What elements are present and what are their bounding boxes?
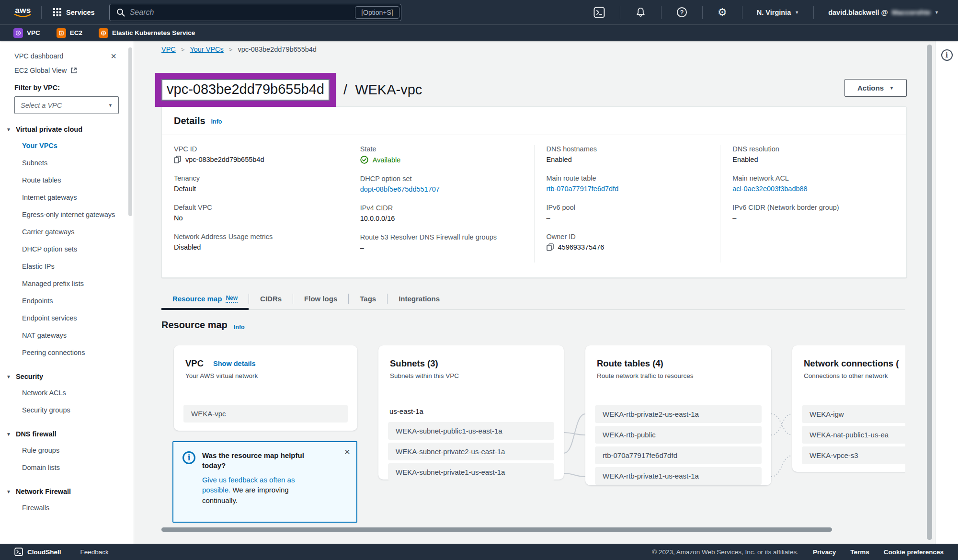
dhcp-option-set-link[interactable]: dopt-08bf5e675dd551707: [360, 185, 522, 193]
cloudshell-icon[interactable]: [586, 7, 612, 18]
sidebar-item-rule-groups[interactable]: Rule groups: [0, 442, 134, 459]
main-route-table-link[interactable]: rtb-070a77917fe6d7dfd: [547, 185, 708, 193]
sidebar-item-peering-connections[interactable]: Peering connections: [0, 344, 134, 361]
aws-smile-icon: [14, 14, 32, 18]
field-label: IPv6 pool: [547, 204, 708, 211]
copy-icon[interactable]: [547, 243, 554, 251]
favorite-label: VPC: [27, 29, 40, 36]
sidebar-item-ec2-global-view[interactable]: EC2 Global View: [0, 67, 134, 74]
copy-icon[interactable]: [174, 156, 181, 163]
resource-item-connection[interactable]: WEKA-nat-public1-us-ea: [802, 426, 905, 444]
resource-item-connection[interactable]: WEKA-vpce-s3: [802, 446, 905, 464]
sidebar-section-network-firewall[interactable]: ▼Network Firewall: [0, 488, 134, 495]
sidebar-item-elastic-ips[interactable]: Elastic IPs: [0, 258, 134, 275]
tab-label: Tags: [360, 295, 376, 303]
cookie-preferences-link[interactable]: Cookie preferences: [884, 549, 944, 556]
resource-item-route-table[interactable]: WEKA-rtb-private2-us-east-1a: [595, 405, 762, 423]
region-selector[interactable]: N. Virginia ▼: [750, 9, 806, 16]
sidebar-section-security[interactable]: ▼Security: [0, 373, 134, 380]
details-column-3: DNS hostnamesEnabled Main route tablertb…: [534, 145, 720, 263]
sidebar-item-security-groups[interactable]: Security groups: [0, 401, 134, 419]
resource-item-route-table[interactable]: WEKA-rtb-public: [595, 426, 762, 444]
resource-item-subnet[interactable]: WEKA-subnet-private2-us-east-1a: [388, 443, 554, 460]
favorite-ec2[interactable]: EC2: [57, 28, 82, 38]
breadcrumb-vpc[interactable]: VPC: [161, 46, 176, 53]
favorite-eks[interactable]: Elastic Kubernetes Service: [99, 28, 195, 38]
sidebar-item-domain-lists[interactable]: Domain lists: [0, 459, 134, 476]
privacy-link[interactable]: Privacy: [813, 549, 836, 556]
sidebar-item-internet-gateways[interactable]: Internet gateways: [0, 189, 134, 206]
vertical-scrollbar[interactable]: [927, 45, 932, 540]
terms-link[interactable]: Terms: [850, 549, 869, 556]
sidebar-item-subnets[interactable]: Subnets: [0, 154, 134, 171]
services-label: Services: [66, 9, 95, 16]
resource-item-vpc[interactable]: WEKA-vpc: [183, 405, 348, 423]
tab-flow-logs[interactable]: Flow logs: [293, 288, 348, 309]
resource-map-info-link[interactable]: Info: [234, 324, 245, 331]
field-value: Enabled: [547, 156, 708, 163]
horizontal-scrollbar[interactable]: [161, 527, 832, 532]
sidebar-item-nat-gateways[interactable]: NAT gateways: [0, 327, 134, 344]
chevron-right-icon: >: [229, 46, 233, 53]
close-icon[interactable]: ×: [344, 447, 350, 457]
sidebar-item-carrier-gateways[interactable]: Carrier gateways: [0, 223, 134, 240]
user-menu[interactable]: david.blackwell @ Maccorohte ▼: [821, 9, 946, 16]
details-column-4: DNS resolutionEnabled Main network ACLac…: [720, 145, 906, 263]
tab-tags[interactable]: Tags: [349, 288, 387, 309]
resource-item-connection[interactable]: WEKA-igw: [802, 405, 905, 423]
close-icon[interactable]: ×: [111, 52, 116, 60]
notifications-bell-icon[interactable]: [628, 7, 653, 18]
sidebar-item-route-tables[interactable]: Route tables: [0, 171, 134, 189]
help-icon[interactable]: ?: [669, 7, 695, 18]
tab-resource-map[interactable]: Resource map New: [161, 288, 249, 309]
vpc-filter-select[interactable]: Select a VPC ▼: [14, 96, 119, 114]
actions-button[interactable]: Actions ▼: [844, 79, 907, 97]
sidebar-item-firewalls[interactable]: Firewalls: [0, 499, 134, 516]
main-network-acl-link[interactable]: acl-0ae32e003f3badb88: [732, 185, 894, 193]
sidebar-item-network-acls[interactable]: Network ACLs: [0, 384, 134, 401]
sidebar-section-dns-firewall[interactable]: ▼DNS firewall: [0, 430, 134, 438]
aws-logo[interactable]: aws: [12, 7, 34, 18]
console-footer: CloudShell Feedback © 2023, Amazon Web S…: [0, 544, 958, 560]
resource-item-subnet[interactable]: WEKA-subnet-private1-us-east-1a: [388, 463, 554, 481]
sidebar-item-endpoint-services[interactable]: Endpoint services: [0, 309, 134, 327]
section-title: Network Firewall: [16, 488, 71, 495]
favorite-vpc[interactable]: VPC: [13, 28, 40, 38]
sidebar-item-vpc-dashboard[interactable]: VPC dashboard: [14, 52, 63, 60]
route-tables-card: Route tables (4) Route network traffic t…: [585, 345, 771, 485]
vpc-card-title: VPC: [185, 358, 204, 369]
sidebar-item-endpoints[interactable]: Endpoints: [0, 292, 134, 309]
show-details-link[interactable]: Show details: [213, 360, 256, 367]
global-search[interactable]: [Option+S]: [109, 4, 401, 21]
network-connections-card-title: Network connections (: [804, 358, 899, 369]
details-info-link[interactable]: Info: [211, 118, 222, 125]
info-panel-icon[interactable]: i: [941, 49, 953, 61]
details-column-2: State Available DHCP option setdopt-08bf…: [348, 145, 534, 263]
sidebar-item-managed-prefix-lists[interactable]: Managed prefix lists: [0, 275, 134, 292]
resource-item-subnet[interactable]: WEKA-subnet-public1-us-east-1a: [388, 422, 554, 440]
field-value: Default: [174, 185, 336, 193]
tab-integrations[interactable]: Integrations: [388, 288, 451, 309]
sidebar-item-egress-only-internet-gateways[interactable]: Egress-only internet gateways: [0, 206, 134, 223]
vpc-sidebar: VPC dashboard × EC2 Global View Filter b…: [0, 41, 134, 544]
route-tables-card-subtitle: Route network traffic to resources: [597, 372, 760, 379]
search-input[interactable]: [130, 8, 349, 17]
sidebar-section-virtual-private-cloud[interactable]: ▼Virtual private cloud: [0, 126, 134, 133]
settings-gear-icon[interactable]: ⚙: [710, 7, 734, 18]
tab-cidrs[interactable]: CIDRs: [249, 288, 293, 309]
cloudshell-button[interactable]: CloudShell: [14, 548, 61, 556]
breadcrumb-your-vpcs[interactable]: Your VPCs: [190, 46, 223, 53]
resource-item-route-table[interactable]: WEKA-rtb-private1-us-east-1a: [595, 467, 762, 485]
sidebar-scrollbar[interactable]: [128, 47, 132, 216]
cloudshell-label: CloudShell: [27, 549, 61, 556]
info-icon: i: [182, 451, 195, 464]
feedback-button[interactable]: Feedback: [80, 549, 109, 556]
vpc-card: VPC Show details Your AWS virtual networ…: [174, 345, 357, 431]
sidebar-item-dhcp-option-sets[interactable]: DHCP option sets: [0, 240, 134, 258]
breadcrumb: VPC > Your VPCs > vpc-083be2dd79b655b4d: [161, 46, 317, 53]
services-menu-button[interactable]: Services: [49, 5, 99, 19]
resource-item-route-table[interactable]: rtb-070a77917fe6d7dfd: [595, 446, 762, 464]
sidebar-item-your-vpcs[interactable]: Your VPCs: [0, 137, 134, 154]
feedback-title: Was the resource map helpful today?: [202, 450, 316, 470]
details-title: Details: [174, 115, 205, 126]
